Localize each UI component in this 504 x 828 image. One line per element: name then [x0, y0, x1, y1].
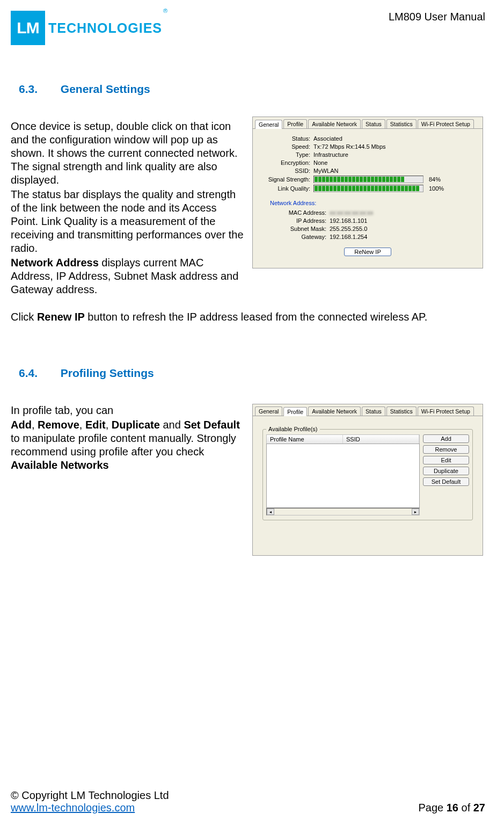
tab-available-network[interactable]: Available Network — [308, 119, 361, 128]
ip-label: IP Address: — [275, 217, 326, 224]
tab-profile[interactable]: Profile — [283, 119, 307, 128]
set-default-button[interactable]: Set Default — [423, 477, 469, 486]
section-63-number: 6.3. — [19, 83, 57, 96]
registered-icon: ® — [163, 8, 167, 14]
logo: LM TECHNOLOGIES ® — [11, 11, 162, 45]
website-link[interactable]: www.lm-technologies.com — [11, 802, 135, 814]
section-64-intro: In profile tab, you can — [11, 404, 247, 417]
tab-wps[interactable]: Wi-Fi Protect Setup — [418, 406, 474, 416]
subnet-value: 255.255.255.0 — [330, 226, 367, 232]
ssid-label: SSID: — [259, 168, 310, 174]
ssid-value: MyWLAN — [313, 168, 338, 174]
section-63-title: General Settings — [61, 83, 150, 95]
tab-profile[interactable]: Profile — [283, 407, 307, 416]
section-63-para1: Once device is setup, double click on th… — [11, 120, 247, 187]
tab-status[interactable]: Status — [362, 406, 385, 416]
duplicate-button[interactable]: Duplicate — [423, 467, 469, 475]
tab-general[interactable]: General — [255, 120, 282, 129]
section-64-body: In profile tab, you can Add, Remove, Edi… — [11, 404, 247, 473]
logo-mark: LM — [11, 11, 45, 45]
tab-statistics[interactable]: Statistics — [386, 119, 417, 128]
available-profiles-group: Available Profile(s) Profile Name SSID ◄… — [262, 426, 473, 520]
section-63-heading: 6.3. General Settings — [19, 83, 485, 96]
page-number: Page 16 of 27 — [418, 802, 485, 814]
edit-button[interactable]: Edit — [423, 456, 469, 464]
available-profiles-legend: Available Profile(s) — [266, 426, 320, 432]
section-64-heading: 6.4. Profiling Settings — [19, 367, 485, 380]
section-64-title: Profiling Settings — [61, 367, 154, 379]
encryption-label: Encryption: — [259, 159, 310, 166]
ip-value: 192.168.1.101 — [330, 217, 367, 224]
tab-wps[interactable]: Wi-Fi Protect Setup — [418, 119, 474, 128]
profile-settings-screenshot: General Profile Available Network Status… — [252, 404, 483, 556]
profile-list[interactable]: Profile Name SSID ◄ ► — [266, 434, 420, 515]
copyright: © Copyright LM Technologies Ltd — [11, 789, 169, 802]
renew-ip-button[interactable]: ReNew IP — [344, 248, 391, 256]
logo-word: TECHNOLOGIES — [48, 21, 162, 35]
tab-status[interactable]: Status — [362, 119, 385, 128]
status-value: Associated — [313, 135, 342, 142]
column-ssid[interactable]: SSID — [343, 435, 419, 444]
type-value: Infrastructure — [313, 151, 348, 158]
section-64-number: 6.4. — [19, 367, 57, 380]
signal-strength-bar — [313, 176, 423, 183]
status-label: Status: — [259, 135, 310, 142]
speed-value: Tx:72 Mbps Rx:144.5 Mbps — [313, 143, 386, 150]
general-settings-screenshot: General Profile Available Network Status… — [252, 117, 483, 268]
section-63-para4: Click Renew IP button to refresh the IP … — [11, 310, 485, 324]
section-63-para2: The status bar displays the quality and … — [11, 188, 247, 255]
network-address-title: Network Address: — [270, 200, 476, 206]
section-63-para3: Network Address displays current MAC Add… — [11, 256, 247, 296]
tab-statistics[interactable]: Statistics — [386, 406, 417, 416]
document-title: LM809 User Manual — [389, 11, 485, 23]
remove-button[interactable]: Remove — [423, 445, 469, 454]
signal-label: Signal Strength: — [259, 176, 310, 183]
link-label: Link Quality: — [259, 185, 310, 192]
gateway-label: Gateway: — [275, 234, 326, 240]
speed-label: Speed: — [259, 143, 310, 150]
scroll-left-icon[interactable]: ◄ — [267, 509, 274, 515]
link-percent: 100% — [429, 185, 444, 192]
tab-strip: General Profile Available Network Status… — [253, 117, 483, 128]
add-button[interactable]: Add — [423, 434, 469, 443]
mac-value: xx:xx:xx:xx:xx:xx — [330, 209, 373, 216]
signal-percent: 84% — [429, 176, 441, 183]
tab-strip: General Profile Available Network Status… — [253, 404, 483, 416]
column-profile-name[interactable]: Profile Name — [267, 435, 343, 444]
horizontal-scrollbar[interactable]: ◄ ► — [266, 508, 420, 515]
link-quality-bar — [313, 185, 423, 192]
scroll-right-icon[interactable]: ► — [412, 509, 419, 515]
mac-label: MAC Address: — [275, 209, 326, 216]
encryption-value: None — [313, 159, 327, 166]
section-64-para: Add, Remove, Edit, Duplicate and Set Def… — [11, 418, 247, 472]
gateway-value: 192.168.1.254 — [330, 234, 367, 240]
tab-general[interactable]: General — [255, 406, 282, 416]
page-header: LM TECHNOLOGIES ® LM809 User Manual — [11, 11, 485, 45]
section-63-body: Once device is setup, double click on th… — [11, 120, 247, 297]
subnet-label: Subnet Mask: — [275, 226, 326, 232]
tab-available-network[interactable]: Available Network — [308, 406, 361, 416]
page-footer: © Copyright LM Technologies Ltd www.lm-t… — [11, 789, 485, 814]
type-label: Type: — [259, 151, 310, 158]
